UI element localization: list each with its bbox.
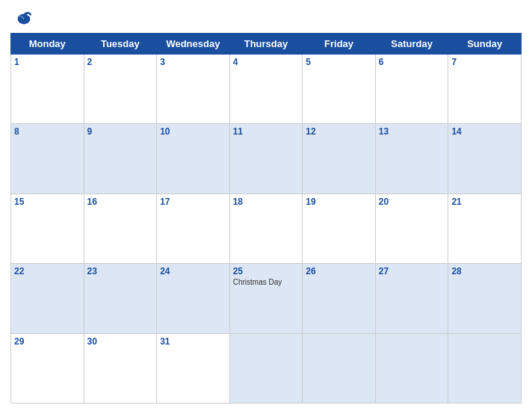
day-number: 9 — [87, 126, 154, 137]
calendar-grid: Monday Tuesday Wednesday Thursday Friday… — [10, 33, 522, 404]
day-cell: 7 — [448, 55, 522, 124]
day-cell: 24 — [157, 264, 230, 333]
day-number: 29 — [14, 336, 81, 347]
day-cell: 29 — [11, 333, 84, 403]
week-row-2: 891011121314 — [11, 124, 522, 194]
day-number: 3 — [160, 57, 226, 67]
weekday-header-row: Monday Tuesday Wednesday Thursday Friday… — [11, 34, 522, 55]
day-number: 5 — [306, 57, 372, 67]
day-number: 12 — [306, 126, 372, 137]
day-cell: 16 — [84, 194, 157, 263]
day-cell: 8 — [11, 124, 84, 194]
day-number: 23 — [87, 266, 154, 276]
logo-icon — [13, 7, 34, 28]
day-cell: 31 — [157, 333, 230, 403]
day-cell: 2 — [84, 55, 157, 124]
day-cell: 14 — [448, 124, 522, 194]
day-number: 26 — [306, 266, 372, 276]
day-number: 24 — [160, 266, 226, 276]
day-number: 30 — [87, 336, 154, 347]
day-cell: 11 — [229, 124, 303, 194]
day-cell: 20 — [375, 194, 448, 263]
day-number: 8 — [14, 126, 81, 137]
day-number: 7 — [451, 57, 518, 67]
day-number: 28 — [451, 266, 518, 276]
day-cell: 18 — [229, 194, 303, 263]
day-cell: 30 — [84, 333, 157, 403]
day-number: 27 — [379, 266, 445, 276]
col-friday: Friday — [303, 34, 376, 55]
day-cell: 23 — [84, 264, 157, 333]
day-number: 13 — [379, 126, 445, 137]
day-number: 1 — [14, 57, 81, 67]
day-cell — [229, 333, 303, 403]
week-row-5: 293031 — [11, 333, 522, 403]
day-number: 4 — [233, 57, 300, 67]
day-number: 17 — [160, 197, 226, 207]
day-cell: 4 — [229, 55, 303, 124]
day-number: 18 — [233, 197, 300, 207]
day-cell — [375, 333, 448, 403]
col-sunday: Sunday — [448, 34, 522, 55]
day-cell — [303, 333, 376, 403]
day-cell: 22 — [11, 264, 84, 333]
day-number: 11 — [233, 126, 300, 137]
day-number: 31 — [160, 336, 226, 347]
day-cell: 17 — [157, 194, 230, 263]
day-cell: 15 — [11, 194, 84, 263]
week-row-4: 22232425Christmas Day262728 — [11, 264, 522, 333]
col-tuesday: Tuesday — [84, 34, 157, 55]
logo-area — [13, 7, 37, 28]
day-cell: 19 — [303, 194, 376, 263]
day-number: 16 — [87, 197, 154, 207]
day-cell: 25Christmas Day — [229, 264, 303, 333]
day-cell: 26 — [303, 264, 376, 333]
day-cell — [448, 333, 522, 403]
day-cell: 12 — [303, 124, 376, 194]
day-cell: 10 — [157, 124, 230, 194]
calendar-page: Monday Tuesday Wednesday Thursday Friday… — [0, 0, 532, 411]
col-monday: Monday — [11, 34, 84, 55]
day-number: 6 — [379, 57, 445, 67]
day-number: 20 — [379, 197, 445, 207]
day-cell: 9 — [84, 124, 157, 194]
day-number: 14 — [451, 126, 518, 137]
week-row-1: 1234567 — [11, 55, 522, 124]
day-number: 22 — [14, 266, 81, 276]
week-row-3: 15161718192021 — [11, 194, 522, 263]
day-cell: 28 — [448, 264, 522, 333]
col-saturday: Saturday — [375, 34, 448, 55]
day-number: 19 — [306, 197, 372, 207]
col-thursday: Thursday — [229, 34, 303, 55]
day-number: 10 — [160, 126, 226, 137]
day-cell: 13 — [375, 124, 448, 194]
day-cell: 27 — [375, 264, 448, 333]
day-cell: 21 — [448, 194, 522, 263]
day-number: 25 — [233, 266, 300, 276]
day-number: 2 — [87, 57, 154, 67]
day-number: 15 — [14, 197, 81, 207]
day-cell: 1 — [11, 55, 84, 124]
event-label: Christmas Day — [233, 278, 300, 286]
calendar-header — [10, 7, 522, 28]
day-number: 21 — [451, 197, 518, 207]
day-cell: 5 — [303, 55, 376, 124]
day-cell: 6 — [375, 55, 448, 124]
col-wednesday: Wednesday — [157, 34, 230, 55]
day-cell: 3 — [157, 55, 230, 124]
svg-point-1 — [27, 13, 29, 16]
